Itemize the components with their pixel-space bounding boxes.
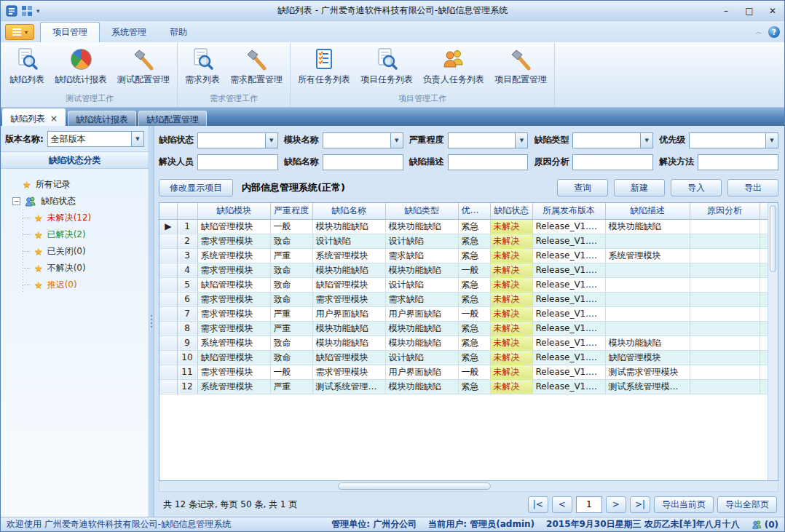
defect-name-input[interactable]: [323, 154, 403, 170]
row-number: 8: [177, 321, 197, 336]
ribbon-tab-system-management[interactable]: 系统管理: [100, 23, 158, 42]
cell-solution: [760, 350, 768, 365]
project-config-button[interactable]: 项目配置管理: [489, 43, 552, 87]
cell-name: 需求管理模块: [312, 365, 385, 379]
defect-report-button[interactable]: 缺陷统计报表: [50, 43, 112, 87]
requirement-config-button[interactable]: 需求配置管理: [225, 43, 288, 87]
version-select[interactable]: 全部版本 ▼: [47, 131, 144, 147]
ribbon-tab-help[interactable]: 帮助: [158, 23, 199, 42]
sidebar-splitter[interactable]: [149, 126, 154, 517]
tree-item-all-records[interactable]: ★ 所有记录: [4, 176, 146, 193]
defect-desc-input[interactable]: [448, 154, 529, 170]
tab-close-icon[interactable]: ×: [50, 114, 58, 124]
tree-item-postponed[interactable]: ★ 推迟(0): [4, 277, 146, 293]
ribbon-tab-project-management[interactable]: 项目管理: [40, 22, 100, 42]
modify-columns-button[interactable]: 修改显示项目: [159, 179, 233, 196]
project-tasks-button[interactable]: 项目任务列表: [355, 43, 418, 87]
cell-desc: [605, 234, 690, 248]
import-button[interactable]: 导入: [671, 179, 722, 196]
defect-type-select[interactable]: ▼: [572, 132, 653, 148]
page-number-input[interactable]: [576, 496, 602, 513]
cell-solution: [760, 306, 768, 321]
cell-severity: 严重: [270, 379, 312, 394]
help-icon[interactable]: ?: [768, 26, 780, 38]
cause-analysis-input[interactable]: [572, 154, 653, 170]
last-page-button[interactable]: >|: [630, 496, 650, 513]
column-header[interactable]: 缺陷状态: [490, 203, 532, 219]
cell-solution: [760, 321, 768, 336]
cell-severity: 严重: [270, 306, 312, 321]
tree-item-defect-status[interactable]: − 缺陷状态: [4, 193, 146, 210]
tree-item-resolved[interactable]: ★ 已解决(2): [4, 226, 146, 243]
grid-icon[interactable]: [21, 5, 33, 17]
table-row[interactable]: 2需求管理模块致命设计缺陷设计缺陷紧急未解决Release_V1.2.0: [159, 234, 768, 248]
doc-tab-defect-report[interactable]: 缺陷统计报表: [68, 111, 136, 126]
resolver-input[interactable]: [197, 154, 278, 170]
table-row[interactable]: 12系统管理模块严重测试系统管理模...模块功能缺陷紧急未解决Release_V…: [159, 379, 768, 394]
table-row[interactable]: 7需求管理模块严重用户界面缺陷用户界面缺陷一般未解决Release_V1.0.0: [159, 306, 768, 321]
vertical-scrollbar-thumb[interactable]: [770, 205, 776, 272]
maximize-button[interactable]: □: [738, 1, 761, 20]
doc-tab-defect-config[interactable]: 缺陷配置管理: [138, 111, 207, 126]
prev-page-button[interactable]: <: [552, 496, 572, 513]
next-page-button[interactable]: >: [606, 496, 626, 513]
tree-item-closed[interactable]: ★ 已关闭(0): [4, 243, 146, 260]
requirement-list-button[interactable]: 需求列表: [180, 43, 225, 87]
table-row[interactable]: 3系统管理模块严重系统管理模块需求缺陷紧急未解决Release_V1.2.0系统…: [159, 248, 768, 263]
tree-item-unresolved[interactable]: ★ 未解决(12): [4, 210, 146, 226]
column-header[interactable]: 严重程度: [270, 203, 312, 219]
column-header[interactable]: 缺陷描述: [605, 203, 690, 219]
quick-access-dropdown-icon[interactable]: ▾: [36, 7, 40, 15]
defect-list-button[interactable]: 缺陷列表: [4, 43, 50, 87]
table-row[interactable]: 5缺陷管理模块致命缺陷管理模块设计缺陷紧急未解决Release_V1.0.0: [159, 277, 768, 292]
priority-select[interactable]: ▼: [689, 132, 778, 148]
column-header[interactable]: 缺陷名称: [312, 203, 385, 219]
export-current-page-button[interactable]: 导出当前页: [654, 496, 714, 513]
ribbon: 缺陷列表 缺陷统计报表 测试配置管理 测试管理工作 需求列表: [1, 42, 784, 108]
first-page-button[interactable]: |<: [528, 496, 548, 513]
solution-input[interactable]: [698, 154, 778, 170]
minimize-button[interactable]: –: [714, 1, 738, 20]
column-header[interactable]: 优先级: [458, 203, 490, 219]
export-button[interactable]: 导出: [727, 179, 778, 196]
all-tasks-button[interactable]: 所有任务列表: [293, 43, 355, 87]
tools-icon: [132, 46, 155, 72]
cell-release: Release_V1.2.0: [532, 219, 605, 234]
table-row[interactable]: ▶1缺陷管理模块一般模块功能缺陷模块功能缺陷紧急未解决Release_V1.2.…: [159, 219, 768, 234]
query-button[interactable]: 查询: [557, 179, 608, 196]
column-header[interactable]: 缺陷类型: [385, 203, 458, 219]
table-row[interactable]: 9系统管理模块致命模块功能缺陷模块功能缺陷紧急未解决Release_V1.0.0…: [159, 336, 768, 350]
app-icon[interactable]: [6, 5, 17, 17]
cell-severity: 严重: [270, 248, 312, 263]
column-header[interactable]: 所属发布版本: [532, 203, 605, 219]
row-indicator: [159, 350, 177, 365]
owner-tasks-button[interactable]: 负责人任务列表: [418, 43, 489, 87]
module-name-select[interactable]: ▼: [323, 132, 403, 148]
collapse-expander-icon[interactable]: −: [12, 197, 20, 205]
table-row[interactable]: 4需求管理模块致命模块功能缺陷模块功能缺陷一般未解决Release_V1.0.0: [159, 263, 768, 277]
column-header[interactable]: 解决方法: [760, 203, 768, 219]
table-row[interactable]: 10缺陷管理模块致命缺陷管理模块设计缺陷紧急未解决Release_V1.0.0缺…: [159, 350, 768, 365]
test-config-button[interactable]: 测试配置管理: [112, 43, 175, 87]
collapse-ribbon-icon[interactable]: ︿: [755, 27, 762, 37]
horizontal-scrollbar[interactable]: [159, 481, 778, 492]
table-row[interactable]: 6需求管理模块致命需求管理模块需求缺陷紧急未解决Release_V1.1.0: [159, 292, 768, 306]
doc-tab-defect-list[interactable]: 缺陷列表 ×: [2, 108, 66, 126]
table-row[interactable]: 11需求管理模块一般需求管理模块用户界面缺陷一般未解决Release_V1.1.…: [159, 365, 768, 379]
table-row[interactable]: 8需求管理模块严重模块功能缺陷模块功能缺陷紧急未解决Release_V1.0.0: [159, 321, 768, 336]
cell-name: 设计缺陷: [312, 234, 385, 248]
defect-status-select[interactable]: ▼: [197, 132, 278, 148]
vertical-scrollbar[interactable]: [768, 203, 778, 480]
export-all-pages-button[interactable]: 导出全部页: [717, 496, 777, 513]
severity-select[interactable]: ▼: [448, 132, 529, 148]
ribbon-group-label: 测试管理工作: [4, 92, 175, 107]
close-button[interactable]: ✕: [761, 1, 784, 20]
column-header[interactable]: 缺陷模块: [197, 203, 270, 219]
tree-item-wont-fix[interactable]: ★ 不解决(0): [4, 260, 146, 277]
new-button[interactable]: 新建: [614, 179, 665, 196]
cell-module: 需求管理模块: [197, 292, 270, 306]
column-header[interactable]: 原因分析: [690, 203, 760, 219]
app-menu-button[interactable]: ▾: [5, 24, 34, 40]
horizontal-scrollbar-thumb[interactable]: [338, 483, 491, 490]
row-number: 1: [177, 219, 197, 234]
